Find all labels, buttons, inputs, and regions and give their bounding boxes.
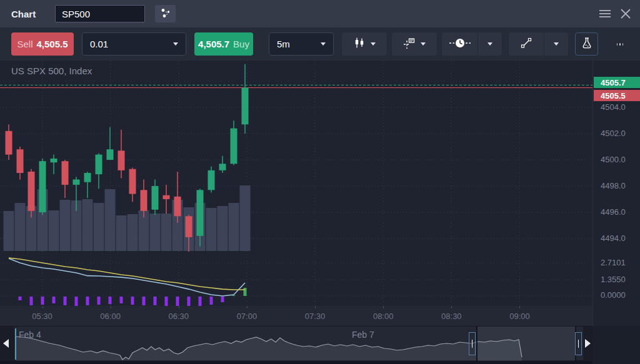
volume-bar (4, 211, 14, 251)
time-axis-tick (42, 306, 43, 308)
scroll-left-arrow-icon[interactable] (3, 339, 9, 348)
volume-bar (240, 185, 251, 251)
clock-tool-dropdown[interactable] (478, 32, 502, 56)
time-axis-tick (179, 306, 179, 308)
volume-bar (105, 189, 116, 251)
time-axis-label: 06:30 (168, 312, 189, 321)
candle-body (28, 172, 35, 211)
candlestick-icon (354, 37, 366, 51)
macd-histogram-bar (131, 297, 134, 305)
candle-body (129, 169, 136, 194)
crosshair-label-icon (403, 37, 416, 52)
trend-line-tool-button[interactable] (509, 32, 544, 56)
clock-tool-button[interactable] (442, 32, 478, 56)
bottom-right-panel (592, 326, 640, 364)
time-axis-tick (247, 306, 248, 308)
menu-icon[interactable] (599, 9, 611, 19)
macd-histogram-bar (64, 297, 67, 305)
navigator-left-handle[interactable] (469, 332, 476, 355)
chart-style-button[interactable] (342, 32, 387, 56)
quantity-value: 0.01 (90, 39, 108, 49)
macd-histogram-bar (244, 288, 247, 296)
candle-body (163, 195, 170, 199)
timeframe-select[interactable]: 5m (269, 32, 334, 56)
macd-histogram-bar (41, 297, 44, 305)
trend-line-icon (521, 37, 532, 51)
time-axis-label: 05:30 (32, 312, 52, 321)
macd-histogram-bar (142, 297, 146, 305)
navigator-start-marker (15, 328, 16, 360)
buy-price: 4,505.7 (198, 39, 229, 49)
candle-body (186, 216, 192, 237)
navigator-window[interactable] (476, 327, 576, 361)
trade-toolbar: Sell 4,505.5 0.01 4,505.7 Buy 5m (0, 27, 640, 61)
chevron-down-icon (421, 42, 426, 46)
navigator-date-label: Feb 7 (352, 330, 374, 340)
candle-body (51, 159, 58, 162)
crosshair-tool-button[interactable] (392, 32, 437, 56)
candle-body (73, 180, 80, 185)
sell-price-badge: 4505.5 (594, 90, 640, 101)
chart-canvas[interactable] (0, 61, 592, 306)
macd-line (9, 258, 245, 296)
drawing-tool-dropdown[interactable] (544, 32, 568, 56)
candle-body (107, 149, 114, 160)
volume-bar (218, 206, 228, 251)
more-options-button[interactable] (611, 32, 629, 56)
time-axis-tick (111, 306, 111, 308)
time-axis-tick (519, 306, 520, 308)
chevron-down-icon (488, 42, 492, 46)
window-title: Chart (11, 9, 36, 19)
time-axis-label: 08:30 (441, 312, 462, 321)
candle-body (152, 186, 159, 210)
macd-histogram-bar (75, 297, 78, 306)
compare-icon (160, 7, 171, 21)
macd-histogram-bar (30, 297, 33, 305)
volume-bar (15, 203, 26, 251)
sell-label: Sell (17, 39, 32, 49)
price-axis-label: 4504.0 (601, 102, 626, 112)
time-tool-group (442, 32, 502, 56)
navigator-right-handle[interactable] (575, 332, 582, 355)
price-axis-label: 4498.0 (601, 181, 626, 190)
ellipsis-icon (617, 43, 618, 46)
time-axis-tick (383, 306, 384, 308)
macd-histogram-bar (176, 297, 179, 306)
candle-body (242, 88, 249, 125)
sell-button[interactable]: Sell 4,505.5 (11, 32, 74, 56)
navigator-scrollbar[interactable]: Feb 4 Feb 7 (0, 326, 592, 360)
chart-region: US SPX 500, Index 4505.7 4505.5 4504.045… (0, 61, 640, 326)
candle-body (118, 150, 125, 170)
symbol-input[interactable] (55, 5, 145, 22)
candle-body (6, 131, 12, 155)
close-icon[interactable] (620, 8, 631, 19)
time-axis-tick (451, 306, 452, 308)
macd-histogram-bar (165, 297, 168, 306)
chevron-down-icon (173, 42, 178, 46)
drawing-tool-group (509, 32, 568, 56)
flask-icon (581, 37, 593, 52)
scroll-right-arrow-icon[interactable] (585, 339, 591, 348)
candle-body (39, 161, 46, 212)
volume-bar (161, 214, 172, 251)
macd-histogram-bar (210, 297, 213, 305)
volume-bar (206, 208, 217, 251)
volume-bar (116, 215, 127, 251)
price-axis[interactable]: 4505.7 4505.5 4504.04502.04500.04498.044… (592, 61, 640, 326)
macd-histogram-bar (199, 297, 202, 306)
compare-symbols-button[interactable] (155, 5, 176, 22)
macd-histogram-bar (221, 297, 224, 302)
strategy-lab-button[interactable] (575, 32, 598, 56)
time-axis[interactable]: 05:3006:0006:3007:0007:3008:0008:3009:00 (0, 306, 592, 326)
macd-histogram-bar (120, 297, 123, 303)
volume-bar (229, 203, 239, 251)
price-axis-label: 4494.0 (601, 234, 626, 243)
macd-histogram-bar (188, 297, 191, 306)
chevron-down-icon (554, 42, 559, 46)
chevron-down-icon (321, 42, 326, 46)
buy-button[interactable]: 4,505.7 Buy (194, 32, 253, 56)
candle-body (197, 190, 204, 236)
candle-body (141, 190, 148, 211)
chart-window: Chart (0, 0, 640, 364)
quantity-select[interactable]: 0.01 (82, 32, 186, 56)
